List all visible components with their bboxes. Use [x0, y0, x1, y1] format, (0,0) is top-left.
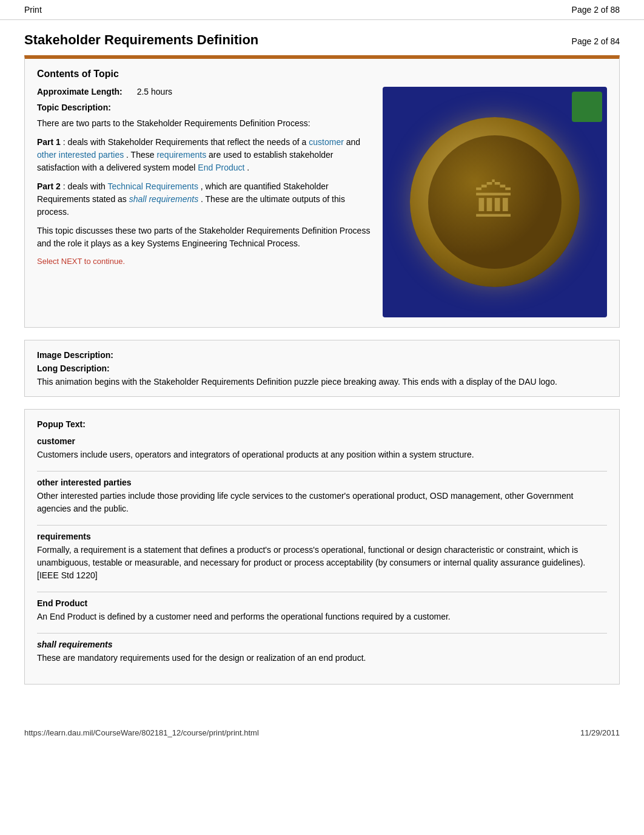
popup-definition: Customers include users, operators and i…: [37, 448, 607, 461]
popup-item: other interested partiesOther interested…: [37, 478, 607, 515]
desc-label: Topic Description:: [37, 103, 371, 112]
popup-definition: These are mandatory requirements used fo…: [37, 652, 607, 664]
seal-inner: 🏛: [428, 135, 562, 269]
popup-term: customer: [37, 436, 607, 446]
part1-text1: : deals with Stakeholder Requirements th…: [63, 137, 307, 147]
requirements-link[interactable]: requirements: [156, 150, 206, 160]
image-desc-label: Image Description:: [37, 350, 607, 360]
shall-requirements-link[interactable]: shall requirements: [129, 194, 198, 204]
topic-image-container: 🏛 D: [383, 87, 607, 317]
footer-url: https://learn.dau.mil/CourseWare/802181_…: [24, 728, 259, 737]
part1-text5: .: [247, 163, 249, 172]
building-icon: 🏛: [474, 178, 516, 226]
popup-term: shall requirements: [37, 640, 607, 649]
green-badge: [572, 92, 602, 122]
d-badge: D: [595, 316, 607, 317]
end-product-link[interactable]: End Product: [198, 163, 244, 172]
popup-title: Popup Text:: [37, 419, 607, 429]
page-title: Stakeholder Requirements Definition: [24, 32, 258, 48]
footer-date: 11/29/2011: [580, 728, 620, 737]
popup-term: other interested parties: [37, 478, 607, 487]
part2-text1: : deals with: [63, 181, 106, 191]
popup-item: customerCustomers include users, operato…: [37, 436, 607, 461]
customer-link[interactable]: customer: [309, 137, 344, 147]
approx-value: 2.5 hours: [137, 87, 172, 96]
long-desc-text: This animation begins with the Stakehold…: [37, 377, 607, 387]
part2-label: Part 2: [37, 181, 61, 191]
para3: This topic discusses these two parts of …: [37, 225, 371, 250]
next-link[interactable]: Select NEXT to continue.: [37, 257, 125, 266]
part1-label: Part 1: [37, 137, 61, 147]
long-desc-label: Long Description:: [37, 363, 607, 373]
popup-item: End ProductAn End Product is defined by …: [37, 598, 607, 623]
seal-outer: 🏛: [410, 117, 580, 287]
part1-text3: . These: [126, 150, 154, 160]
popup-term: requirements: [37, 532, 607, 541]
popup-term: End Product: [37, 598, 607, 608]
dau-seal-image: 🏛 D: [383, 87, 607, 317]
approx-label: Approximate Length:: [37, 87, 122, 96]
part1-text2: and: [346, 137, 360, 147]
technical-requirements-link[interactable]: Technical Requirements: [108, 181, 198, 191]
popup-definition: Other interested parties include those p…: [37, 490, 607, 515]
print-label[interactable]: Print: [24, 5, 42, 15]
popup-definition: Formally, a requirement is a statement t…: [37, 544, 607, 582]
topic-heading: Contents of Topic: [37, 69, 607, 79]
top-page-info: Page 2 of 88: [572, 5, 620, 15]
popup-item: shall requirementsThese are mandatory re…: [37, 640, 607, 664]
other-interested-parties-link[interactable]: other interested parties: [37, 150, 124, 160]
popup-definition: An End Product is defined by a customer …: [37, 610, 607, 623]
para1: There are two parts to the Stakeholder R…: [37, 117, 371, 130]
popup-item: requirementsFormally, a requirement is a…: [37, 532, 607, 582]
page-ref: Page 2 of 84: [572, 36, 620, 46]
